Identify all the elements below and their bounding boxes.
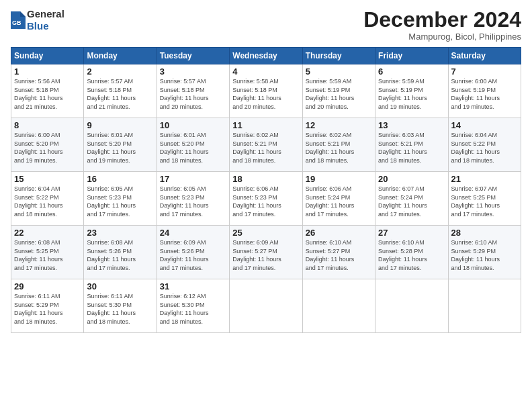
day-number: 28 [451, 228, 518, 238]
day-info: Sunrise: 6:04 AMSunset: 5:22 PMDaylight:… [14, 185, 63, 218]
calendar-cell: 10 Sunrise: 6:01 AMSunset: 5:20 PMDaylig… [157, 118, 229, 172]
day-info: Sunrise: 6:05 AMSunset: 5:23 PMDaylight:… [87, 185, 136, 218]
calendar-cell: 25 Sunrise: 6:09 AMSunset: 5:27 PMDaylig… [230, 226, 302, 279]
calendar-cell: 11 Sunrise: 6:02 AMSunset: 5:21 PMDaylig… [230, 118, 302, 172]
calendar-cell: 18 Sunrise: 6:06 AMSunset: 5:23 PMDaylig… [230, 172, 302, 226]
day-number: 21 [451, 174, 518, 184]
day-number: 1 [14, 66, 81, 77]
col-friday: Friday [375, 48, 448, 64]
calendar-cell: 5 Sunrise: 5:59 AMSunset: 5:19 PMDayligh… [302, 64, 375, 118]
day-info: Sunrise: 5:59 AMSunset: 5:19 PMDaylight:… [378, 78, 427, 110]
calendar-cell: 24 Sunrise: 6:09 AMSunset: 5:26 PMDaylig… [157, 226, 229, 279]
day-number: 20 [378, 174, 445, 184]
calendar-cell: 7 Sunrise: 6:00 AMSunset: 5:19 PMDayligh… [448, 64, 521, 118]
calendar-cell: 2 Sunrise: 5:57 AMSunset: 5:18 PMDayligh… [84, 64, 157, 118]
col-monday: Monday [84, 48, 157, 64]
calendar-cell: 19 Sunrise: 6:06 AMSunset: 5:24 PMDaylig… [302, 172, 375, 226]
logo-icon: GB [11, 11, 26, 29]
day-info: Sunrise: 6:04 AMSunset: 5:22 PMDaylight:… [451, 132, 500, 164]
page: GB General Blue December 2024 Mampurog, … [0, 0, 532, 411]
day-number: 3 [160, 66, 226, 77]
calendar-cell: 9 Sunrise: 6:01 AMSunset: 5:20 PMDayligh… [84, 118, 157, 172]
day-number: 6 [378, 66, 445, 77]
col-saturday: Saturday [448, 48, 521, 64]
calendar-cell: 15 Sunrise: 6:04 AMSunset: 5:22 PMDaylig… [11, 172, 84, 226]
day-info: Sunrise: 5:57 AMSunset: 5:18 PMDaylight:… [87, 78, 136, 110]
day-info: Sunrise: 6:08 AMSunset: 5:26 PMDaylight:… [87, 239, 136, 271]
day-info: Sunrise: 6:00 AMSunset: 5:20 PMDaylight:… [14, 132, 63, 164]
logo-general: General [27, 8, 64, 20]
calendar-cell: 22 Sunrise: 6:08 AMSunset: 5:25 PMDaylig… [11, 226, 84, 279]
svg-marker-1 [20, 11, 26, 17]
day-number: 23 [87, 228, 153, 238]
calendar-week-2: 8 Sunrise: 6:00 AMSunset: 5:20 PMDayligh… [11, 118, 521, 172]
header: GB General Blue December 2024 Mampurog, … [11, 8, 521, 42]
day-number: 22 [14, 228, 81, 238]
title-block: December 2024 Mampurog, Bicol, Philippin… [363, 8, 521, 42]
calendar-cell [230, 279, 302, 333]
day-info: Sunrise: 6:09 AMSunset: 5:27 PMDaylight:… [232, 239, 281, 271]
day-number: 7 [451, 66, 518, 77]
day-number: 27 [378, 228, 445, 238]
day-info: Sunrise: 6:09 AMSunset: 5:26 PMDaylight:… [160, 239, 209, 271]
calendar-cell: 16 Sunrise: 6:05 AMSunset: 5:23 PMDaylig… [84, 172, 157, 226]
day-info: Sunrise: 5:59 AMSunset: 5:19 PMDaylight:… [306, 78, 355, 110]
calendar-cell: 13 Sunrise: 6:03 AMSunset: 5:21 PMDaylig… [375, 118, 448, 172]
calendar-header-row: Sunday Monday Tuesday Wednesday Thursday… [11, 48, 521, 64]
day-info: Sunrise: 6:02 AMSunset: 5:21 PMDaylight:… [232, 132, 281, 164]
day-number: 19 [306, 174, 372, 184]
day-number: 15 [14, 174, 81, 184]
day-number: 17 [160, 174, 226, 184]
day-number: 10 [160, 120, 226, 130]
calendar-cell: 6 Sunrise: 5:59 AMSunset: 5:19 PMDayligh… [375, 64, 448, 118]
calendar-cell: 14 Sunrise: 6:04 AMSunset: 5:22 PMDaylig… [448, 118, 521, 172]
day-number: 29 [14, 281, 81, 291]
logo-text: General Blue [27, 8, 64, 32]
day-info: Sunrise: 6:06 AMSunset: 5:24 PMDaylight:… [306, 185, 355, 218]
col-sunday: Sunday [11, 48, 84, 64]
day-number: 11 [232, 120, 299, 130]
calendar-cell: 27 Sunrise: 6:10 AMSunset: 5:28 PMDaylig… [375, 226, 448, 279]
calendar-cell [302, 279, 375, 333]
day-number: 25 [232, 228, 299, 238]
day-info: Sunrise: 6:12 AMSunset: 5:30 PMDaylight:… [160, 293, 209, 325]
calendar-cell: 1 Sunrise: 5:56 AMSunset: 5:18 PMDayligh… [11, 64, 84, 118]
day-number: 5 [306, 66, 372, 77]
calendar-cell: 31 Sunrise: 6:12 AMSunset: 5:30 PMDaylig… [157, 279, 229, 333]
day-info: Sunrise: 6:03 AMSunset: 5:21 PMDaylight:… [378, 132, 427, 164]
day-number: 4 [232, 66, 299, 77]
day-info: Sunrise: 6:11 AMSunset: 5:30 PMDaylight:… [87, 293, 136, 325]
day-info: Sunrise: 6:01 AMSunset: 5:20 PMDaylight:… [160, 132, 209, 164]
calendar-cell: 17 Sunrise: 6:05 AMSunset: 5:23 PMDaylig… [157, 172, 229, 226]
day-number: 14 [451, 120, 518, 130]
day-number: 26 [306, 228, 372, 238]
calendar-cell: 4 Sunrise: 5:58 AMSunset: 5:18 PMDayligh… [230, 64, 302, 118]
calendar-cell: 3 Sunrise: 5:57 AMSunset: 5:18 PMDayligh… [157, 64, 229, 118]
day-number: 13 [378, 120, 445, 130]
day-info: Sunrise: 5:56 AMSunset: 5:18 PMDaylight:… [14, 78, 63, 110]
day-number: 16 [87, 174, 153, 184]
month-title: December 2024 [363, 8, 521, 32]
day-info: Sunrise: 6:10 AMSunset: 5:27 PMDaylight:… [306, 239, 355, 271]
calendar-cell: 8 Sunrise: 6:00 AMSunset: 5:20 PMDayligh… [11, 118, 84, 172]
day-info: Sunrise: 6:07 AMSunset: 5:25 PMDaylight:… [451, 185, 500, 218]
day-number: 31 [160, 281, 226, 291]
col-thursday: Thursday [302, 48, 375, 64]
calendar-cell: 26 Sunrise: 6:10 AMSunset: 5:27 PMDaylig… [302, 226, 375, 279]
day-number: 8 [14, 120, 81, 130]
col-wednesday: Wednesday [230, 48, 302, 64]
day-info: Sunrise: 6:02 AMSunset: 5:21 PMDaylight:… [306, 132, 355, 164]
calendar-cell: 29 Sunrise: 6:11 AMSunset: 5:29 PMDaylig… [11, 279, 84, 333]
calendar-cell [448, 279, 521, 333]
calendar-cell: 30 Sunrise: 6:11 AMSunset: 5:30 PMDaylig… [84, 279, 157, 333]
calendar-week-4: 22 Sunrise: 6:08 AMSunset: 5:25 PMDaylig… [11, 226, 521, 279]
day-number: 2 [87, 66, 153, 77]
day-info: Sunrise: 6:07 AMSunset: 5:24 PMDaylight:… [378, 185, 427, 218]
day-info: Sunrise: 6:06 AMSunset: 5:23 PMDaylight:… [232, 185, 281, 218]
day-info: Sunrise: 6:01 AMSunset: 5:20 PMDaylight:… [87, 132, 136, 164]
day-number: 24 [160, 228, 226, 238]
calendar-cell: 21 Sunrise: 6:07 AMSunset: 5:25 PMDaylig… [448, 172, 521, 226]
calendar-week-5: 29 Sunrise: 6:11 AMSunset: 5:29 PMDaylig… [11, 279, 521, 333]
location: Mampurog, Bicol, Philippines [363, 32, 521, 42]
calendar-cell: 20 Sunrise: 6:07 AMSunset: 5:24 PMDaylig… [375, 172, 448, 226]
